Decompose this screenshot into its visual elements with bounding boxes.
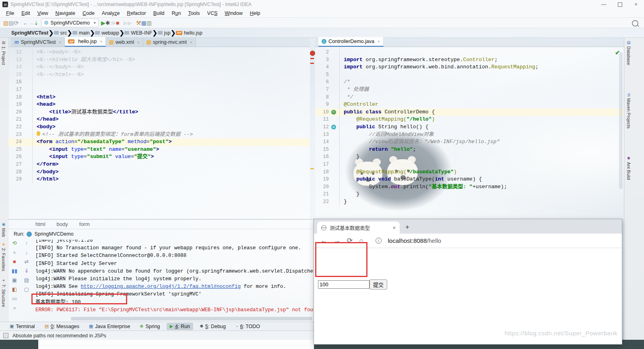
submit-button[interactable]: 提交 bbox=[369, 279, 387, 289]
disabled-run-icon[interactable]: ▶ bbox=[124, 20, 128, 26]
layout-icon[interactable]: ▭ bbox=[12, 296, 17, 302]
print-icon[interactable]: ▤ bbox=[24, 277, 29, 283]
settings-wrench-icon[interactable]: ⚒ bbox=[136, 20, 141, 26]
run-icon[interactable]: ▶ bbox=[101, 20, 105, 26]
toolwindow-button-6-todo[interactable]: ◔6: TODO bbox=[232, 323, 263, 330]
stop-icon[interactable]: ■ bbox=[13, 259, 16, 265]
menu-item-vcs[interactable]: VCS bbox=[204, 10, 221, 16]
structure-crumb-form[interactable]: form bbox=[79, 221, 90, 227]
breadcrumb-item-src[interactable]: src bbox=[54, 30, 67, 36]
menu-item-refactor[interactable]: Refactor bbox=[123, 10, 149, 16]
menu-item-edit[interactable]: Edit bbox=[18, 10, 34, 16]
breadcrumb-item-main[interactable]: main bbox=[72, 30, 90, 36]
back-icon[interactable]: ← bbox=[23, 20, 28, 26]
status-bar: Absolute paths not recommended in JSPs bbox=[0, 331, 314, 340]
stripe-button-database[interactable]: ▤Database bbox=[626, 40, 631, 65]
console-link[interactable]: http://logging.apache.org/log4j/1.2/faq.… bbox=[81, 284, 241, 289]
stripe-button-maven-projects[interactable]: mMaven Projects bbox=[626, 93, 631, 129]
toolwindow-button-0-messages[interactable]: ▤0: Messages bbox=[41, 323, 83, 330]
code-text: * 处理器 bbox=[344, 86, 369, 94]
tab-springmvctest[interactable]: mSpringMVCTest× bbox=[11, 38, 65, 47]
editor-scrollbar[interactable] bbox=[619, 52, 623, 189]
tab-close-icon[interactable]: × bbox=[100, 39, 102, 44]
toolwindow-button-4-run[interactable]: ▶4: Run bbox=[167, 323, 193, 330]
menu-item-navigate[interactable]: Navigate bbox=[52, 10, 79, 16]
run-config-selector[interactable]: ⚙ SpringMVCDemo ▾ bbox=[41, 18, 99, 27]
right-editor-code[interactable]: 23import org.springframework.stereotype.… bbox=[315, 47, 624, 205]
menu-item-window[interactable]: Window bbox=[221, 10, 246, 16]
more-icon[interactable]: » bbox=[13, 305, 16, 311]
menu-item-tools[interactable]: Tools bbox=[184, 10, 203, 16]
coverage-icon[interactable]: ≫ bbox=[110, 20, 116, 26]
save-all-icon[interactable]: ▥ bbox=[147, 20, 152, 26]
debug-icon[interactable]: ✱ bbox=[105, 20, 110, 26]
rerun-failed-icon[interactable]: ● bbox=[13, 250, 16, 255]
tab-close-icon[interactable]: × bbox=[137, 40, 140, 45]
stripe-button-ant-build[interactable]: ✱Ant Build bbox=[626, 156, 631, 180]
tab-close-icon[interactable]: × bbox=[392, 225, 396, 231]
down-stack-icon[interactable]: ↓ bbox=[25, 250, 28, 255]
stripe-button-2-favorites[interactable]: ★2: Favorites bbox=[1, 242, 6, 271]
scroll-end-icon[interactable]: ⇓ bbox=[25, 268, 29, 274]
close-button[interactable]: × bbox=[628, 0, 644, 9]
thread-dump-icon[interactable]: ▣ bbox=[12, 277, 17, 283]
rerun-icon[interactable]: ⟲ bbox=[12, 240, 17, 246]
address-text[interactable]: localhost:8088/hello bbox=[388, 237, 442, 244]
tab-controllerdemo-java[interactable]: CControllerDemo.java× bbox=[318, 37, 384, 47]
open-icon[interactable]: ▨ bbox=[3, 20, 8, 26]
lightbulb-icon[interactable] bbox=[37, 131, 40, 136]
structure-crumb-html[interactable]: html bbox=[35, 221, 45, 227]
toolwindow-button-terminal[interactable]: ▣Terminal bbox=[6, 323, 38, 330]
maximize-button[interactable] bbox=[612, 0, 628, 9]
gutter bbox=[22, 71, 33, 79]
breadcrumb-item-hello-jsp[interactable]: JSPhello.jsp bbox=[176, 30, 202, 36]
toolwindow-button-java-enterprise[interactable]: ▦Java Enterprise bbox=[86, 323, 133, 330]
info-icon[interactable]: i bbox=[376, 238, 382, 244]
tab-hello-jsp[interactable]: JSPhello.jsp× bbox=[65, 37, 106, 47]
breadcrumb-item-springmvctest[interactable]: SpringMVCTest bbox=[11, 30, 48, 36]
up-stack-icon[interactable]: ↑ bbox=[25, 240, 28, 246]
menu-item-run[interactable]: Run bbox=[168, 10, 184, 16]
left-editor-code[interactable]: 12<%--<body>--%>13<%--<h1>Hello 超大充电宝</h… bbox=[8, 47, 310, 183]
structure-crumb-body[interactable]: body bbox=[57, 221, 68, 227]
browser-tab[interactable]: 测试基本数据类型 × bbox=[317, 222, 400, 234]
tab-spring-mvc-xml[interactable]: spring-mvc.xml× bbox=[143, 38, 196, 47]
tab-web-xml[interactable]: web.xml× bbox=[106, 38, 143, 47]
stripe-button-1-project[interactable]: ▦1: Project bbox=[1, 40, 6, 65]
console-line: ERROR: PWC6117: File "E:\SpringMVCTest\s… bbox=[35, 306, 314, 314]
menu-item-view[interactable]: View bbox=[34, 10, 52, 16]
breadcrumb-item-web-inf[interactable]: WEB-INF bbox=[124, 30, 152, 36]
stripe-button-web[interactable]: ◉Web bbox=[1, 222, 6, 237]
folder-icon bbox=[158, 31, 163, 35]
clear-icon[interactable]: ▢ bbox=[24, 287, 29, 292]
exit-icon[interactable]: ◧ bbox=[12, 287, 17, 292]
new-tab-button[interactable]: + bbox=[405, 223, 409, 231]
search-icon[interactable] bbox=[632, 20, 638, 27]
stop-icon[interactable]: ■ bbox=[116, 20, 119, 26]
menu-item-help[interactable]: Help bbox=[246, 10, 264, 16]
save-icon[interactable]: ▤ bbox=[8, 20, 14, 26]
menu-item-file[interactable]: File bbox=[2, 10, 18, 16]
toolwindow-button-spring[interactable]: ❀Spring bbox=[136, 323, 163, 330]
sync-icon[interactable]: ⟳ bbox=[14, 20, 19, 26]
menu-item-code[interactable]: Code bbox=[79, 10, 98, 16]
menu-item-analyze[interactable]: Analyze bbox=[98, 10, 123, 16]
menu-item-build[interactable]: Build bbox=[150, 10, 168, 16]
gutter bbox=[22, 116, 33, 123]
toolwindow-button-5-debug[interactable]: ✱5: Debug bbox=[196, 323, 229, 330]
tab-close-icon[interactable]: × bbox=[59, 40, 62, 45]
soft-wrap-icon[interactable]: ⇄ bbox=[25, 259, 29, 265]
username-input[interactable] bbox=[318, 280, 369, 289]
annotate-sort-icon[interactable]: ⇣ bbox=[34, 20, 39, 26]
stripe-button-7-structure[interactable]: ✦7: Structure bbox=[1, 278, 6, 307]
tab-close-icon[interactable]: × bbox=[378, 39, 380, 44]
disabled-debug-icon[interactable]: ▶ bbox=[128, 20, 132, 26]
pause-icon[interactable]: ▮▮ bbox=[12, 268, 17, 274]
minimize-button[interactable]: — bbox=[596, 0, 612, 9]
forward-icon[interactable]: → bbox=[28, 20, 34, 26]
project-structure-icon[interactable]: ▦ bbox=[141, 20, 147, 26]
breadcrumb-item-jsp[interactable]: jsp bbox=[158, 30, 171, 36]
breadcrumb-item-webapp[interactable]: webapp bbox=[95, 30, 119, 36]
tab-close-icon[interactable]: × bbox=[190, 40, 192, 45]
console-horizontal-scrollbar[interactable] bbox=[71, 317, 312, 320]
